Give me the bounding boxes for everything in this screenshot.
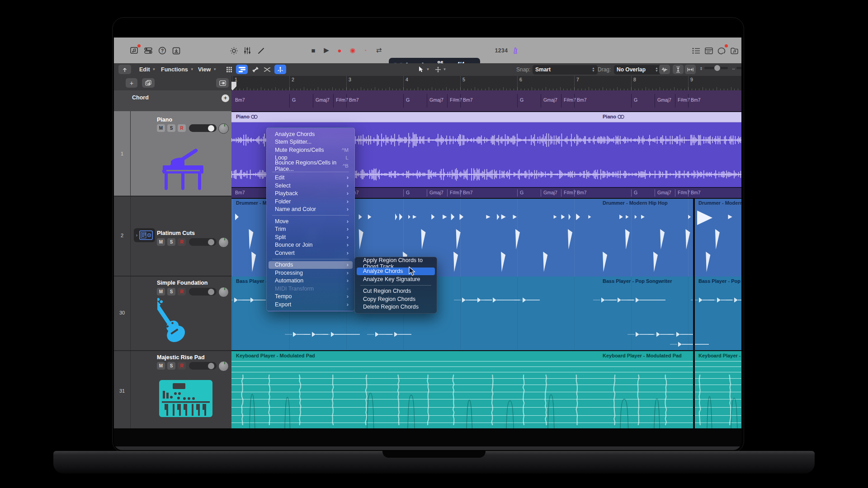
track-header-majestic-rise-pad[interactable]: 31Majestic Rise PadMSR (114, 351, 231, 429)
chord-label[interactable]: Gmaj7 (316, 97, 330, 103)
loop-browser-icon[interactable] (716, 45, 727, 56)
tracks-view-button[interactable] (236, 65, 248, 74)
pencil-editor-icon[interactable] (255, 45, 266, 56)
track-header-piano[interactable]: 1PianoMSR (114, 111, 231, 197)
editors-icon[interactable] (703, 45, 714, 56)
bone-tool-icon[interactable] (250, 65, 261, 74)
track-stack-chip[interactable]: › (134, 228, 155, 242)
add-track-button[interactable]: + (126, 78, 137, 88)
chord-label[interactable]: Gmaj7 (429, 97, 443, 103)
mute-button[interactable]: M (157, 362, 165, 370)
chord-label[interactable]: G (406, 190, 410, 195)
chord-label[interactable]: Bm7 (235, 97, 245, 103)
menu-item-tempo[interactable]: Tempo› (269, 293, 353, 301)
chord-label[interactable]: Bm7 (349, 97, 359, 103)
menu-item-copy-region-chords[interactable]: Copy Region Chords (357, 295, 435, 303)
horizontal-zoom-button[interactable] (685, 65, 696, 74)
menu-item-delete-region-chords[interactable]: Delete Region Chords (357, 303, 435, 311)
share-export-icon[interactable] (171, 45, 182, 56)
marquee-tool-icon[interactable] (262, 65, 273, 74)
chord-label[interactable]: Bm7 (235, 190, 245, 195)
region-boundary[interactable] (693, 199, 695, 277)
menu-item-move[interactable]: Move› (269, 217, 353, 225)
track-header-simple-foundation[interactable]: 30Simple FoundationMSR (114, 277, 231, 351)
bar-ruler[interactable]: 123456789 (231, 76, 741, 91)
split-tool-button[interactable] (274, 65, 286, 74)
menu-item-analyze-chords[interactable]: Analyze Chords (357, 267, 435, 276)
edit-menu[interactable]: Edit▼ (139, 65, 156, 74)
chord-label[interactable]: Bm7 (577, 190, 587, 195)
chord-label[interactable]: Gmaj7 (657, 190, 671, 195)
snap-select[interactable]: Smart ▲▼ (533, 65, 598, 75)
chord-label[interactable]: G (520, 97, 524, 103)
pan-knob[interactable] (218, 123, 229, 134)
solo-button[interactable]: S (167, 288, 175, 296)
region-context-menu[interactable]: Analyze ChordsStem Splitter...Mute Regio… (266, 127, 355, 311)
menu-item-apply-region-chords-to-chord-track[interactable]: Apply Region Chords to Chord Track (357, 259, 435, 267)
solo-button[interactable]: S (167, 238, 175, 246)
menu-item-edit[interactable]: Edit› (269, 174, 353, 182)
chord-label[interactable]: G (634, 97, 637, 103)
cycle-record-button[interactable]: ◉ (347, 44, 359, 56)
menu-item-automation[interactable]: Automation› (269, 277, 353, 285)
chord-label[interactable]: Gmaj7 (543, 190, 557, 195)
record-enable-button[interactable]: R (178, 288, 186, 296)
drag-select[interactable]: No Overlap ▲▼ (614, 65, 661, 75)
menu-item-analyze-key-signature[interactable]: Analyze Key Signature (357, 275, 435, 283)
menu-item-convert[interactable]: Convert› (269, 249, 353, 257)
list-view-icon[interactable] (691, 45, 702, 56)
menu-item-bounce-or-join[interactable]: Bounce or Join› (269, 241, 353, 249)
record-enable-button[interactable]: R (178, 238, 186, 246)
help-icon[interactable]: ? (157, 45, 168, 56)
volume-slider[interactable] (189, 124, 217, 132)
waveform-zoom-button[interactable] (659, 65, 670, 74)
view-menu[interactable]: View▼ (198, 65, 217, 74)
record-enable-button[interactable]: R (178, 124, 186, 132)
chord-label[interactable]: G (406, 97, 410, 103)
mute-button[interactable]: M (157, 124, 165, 132)
volume-knob[interactable] (208, 363, 214, 369)
solo-button[interactable]: S (167, 362, 175, 370)
autopunch-button[interactable]: ▪ (360, 44, 372, 56)
solo-button[interactable]: S (167, 124, 175, 132)
media-browser-icon[interactable] (729, 45, 740, 56)
track-header-platinum-cuts[interactable]: 2Platinum CutsMSR› (114, 197, 231, 277)
volume-knob[interactable] (208, 289, 214, 295)
chord-label[interactable]: Bm7 (463, 97, 473, 103)
record-enable-button[interactable]: R (178, 362, 186, 370)
project-audio-icon[interactable] (129, 45, 140, 56)
chord-label[interactable]: G (292, 97, 296, 103)
menu-item-bounce-regions-cells-in-place[interactable]: Bounce Regions/Cells in Place...^B (269, 162, 353, 170)
count-in-button[interactable]: 1234 (494, 45, 509, 56)
play-button[interactable]: ▶ (321, 44, 332, 56)
volume-knob[interactable] (208, 239, 214, 245)
chord-label[interactable]: Gmaj7 (543, 97, 557, 103)
chord-label[interactable]: Gmaj7 (657, 97, 671, 103)
pan-knob[interactable] (218, 237, 229, 248)
track-name[interactable]: Simple Foundation (157, 280, 208, 286)
chord-global-track[interactable]: Bm7GGmaj7F#m7Bm7GGmaj7F#m7Bm7GGmaj7F#m7B… (231, 90, 741, 112)
menu-item-trim[interactable]: Trim› (269, 225, 353, 234)
pointer-tool-selector[interactable]: ▼ (416, 65, 432, 74)
mixer-icon[interactable] (242, 45, 253, 56)
metronome-icon[interactable] (510, 45, 521, 56)
vertical-zoom-button[interactable] (673, 65, 684, 74)
chord-label[interactable]: Bm7 (463, 190, 473, 195)
chords-submenu[interactable]: Apply Region Chords to Chord TrackAnalyz… (354, 257, 437, 314)
chord-label[interactable]: Bm7 (691, 97, 701, 103)
disclosure-icon[interactable]: › (136, 233, 137, 238)
track-name[interactable]: Platinum Cuts (157, 230, 195, 236)
secondary-tool-selector[interactable]: ▼ (433, 65, 448, 74)
pan-knob[interactable] (218, 287, 229, 297)
menu-item-analyze-chords[interactable]: Analyze Chords (269, 130, 353, 138)
region-boundary[interactable] (693, 277, 695, 350)
menu-item-select[interactable]: Select› (269, 182, 353, 190)
menu-item-split[interactable]: Split› (269, 233, 353, 241)
add-chord-icon[interactable]: + (222, 94, 229, 102)
chord-global-track-header[interactable]: Chord + (114, 90, 231, 113)
stop-button[interactable]: ■ (307, 44, 319, 56)
global-tracks-button[interactable] (216, 78, 229, 88)
toggle-controls-icon[interactable] (143, 45, 154, 56)
chord-label[interactable]: Bm7 (691, 190, 701, 195)
menu-item-cut-region-chords[interactable]: Cut Region Chords (357, 287, 435, 296)
